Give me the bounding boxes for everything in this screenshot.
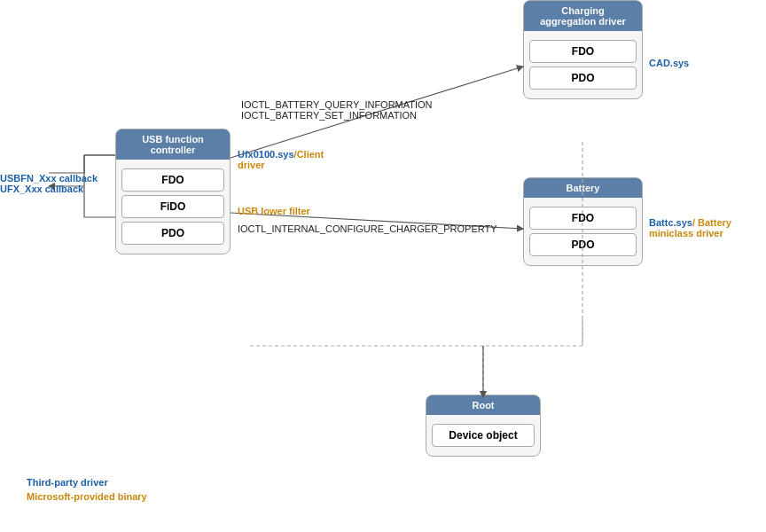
cad-pdo-node: PDO	[529, 66, 637, 90]
usb-lower-filter-label: USB lower filter	[238, 206, 310, 216]
usb-fdo-node: FDO	[121, 168, 224, 192]
legend-third-party: Third-party driver	[27, 477, 147, 488]
ufx-driver-label: Ufx0100.sys/Clientdriver	[238, 149, 324, 170]
root-device-object-node: Device object	[432, 424, 535, 447]
arrows-svg	[0, 0, 766, 532]
battery-fdo-node: FDO	[529, 207, 637, 230]
battery-box: Battery FDO PDO	[523, 177, 643, 266]
usbfn-callback-label: USBFN_Xxx callbackUFX_Xxx callback	[0, 173, 98, 194]
cad-box-header: Chargingaggregation driver	[524, 1, 642, 31]
diagram-container: USB functioncontroller FDO FiDO PDO Char…	[0, 0, 766, 532]
usb-function-controller-box: USB functioncontroller FDO FiDO PDO	[115, 129, 231, 254]
battery-pdo-node: PDO	[529, 233, 637, 256]
usb-fido-node: FiDO	[121, 195, 224, 218]
usb-pdo-node: PDO	[121, 222, 224, 245]
cad-sys-label: CAD.sys	[649, 58, 689, 68]
cad-fdo-node: FDO	[529, 40, 637, 63]
root-box: Root Device object	[426, 395, 541, 457]
cad-box: Chargingaggregation driver FDO PDO	[523, 0, 643, 99]
legend-microsoft: Microsoft-provided binary	[27, 491, 147, 502]
ioctl-battery-label: IOCTL_BATTERY_QUERY_INFORMATIONIOCTL_BAT…	[241, 99, 433, 121]
ioctl-internal-label: IOCTL_INTERNAL_CONFIGURE_CHARGER_PROPERT…	[238, 223, 497, 234]
usb-box-header: USB functioncontroller	[116, 129, 230, 160]
battc-sys-label: Battc.sys/ Batteryminiclass driver	[649, 217, 731, 239]
root-box-header: Root	[426, 395, 540, 415]
legend: Third-party driver Microsoft-provided bi…	[27, 477, 147, 505]
battery-box-header: Battery	[524, 178, 642, 198]
